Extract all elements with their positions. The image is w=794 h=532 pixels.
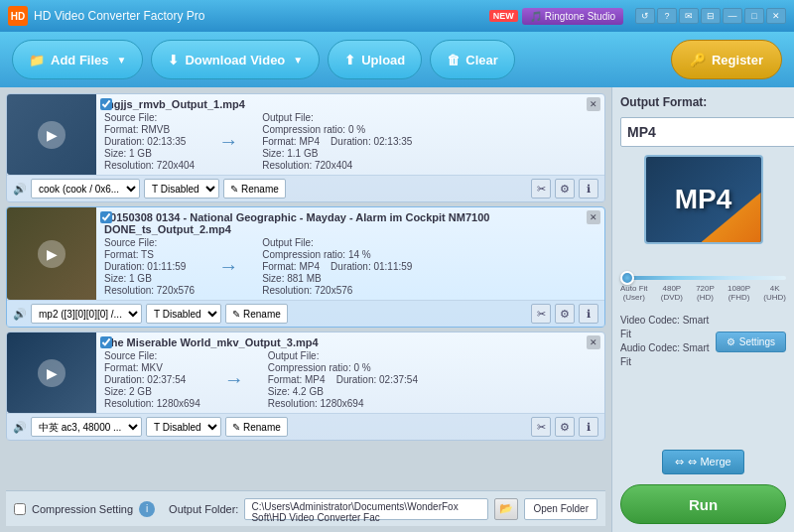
file-action-icons-1: ✂ ⚙ ℹ (531, 179, 598, 199)
file-thumbnail-1: ▶ (7, 94, 96, 175)
play-button-3[interactable]: ▶ (38, 359, 66, 387)
subtitle-select-3[interactable]: T Disabled (146, 417, 221, 437)
close-file-1[interactable]: ✕ (587, 97, 600, 111)
register-button[interactable]: 🔑 Register (671, 40, 782, 79)
close-file-3[interactable]: ✕ (587, 335, 600, 349)
output-compression-3: Compression ratio: 0 % (268, 362, 418, 373)
subtitle-select-2[interactable]: T Disabled (146, 304, 221, 324)
scissors-icon-3[interactable]: ✂ (531, 417, 551, 437)
audio-codec-label: Audio Codec: Smart Fit (620, 341, 716, 369)
source-size-3: Size: 2 GB (104, 386, 200, 397)
merge-button[interactable]: ⇔ ⇔ Merge (662, 450, 743, 474)
info-icon-3[interactable]: ℹ (579, 417, 598, 437)
add-files-dropdown-arrow: ▼ (117, 55, 127, 66)
arrow-1: → (210, 112, 246, 171)
file-thumbnail-2: ▶ (7, 207, 96, 300)
rename-button-3[interactable]: ✎ Rename (225, 417, 288, 437)
source-label-3: Source File: (104, 350, 200, 361)
scissors-icon-1[interactable]: ✂ (531, 179, 551, 199)
info-icon-2[interactable]: ℹ (579, 304, 598, 324)
right-panel: Output Format: ▼ MP4 Auto Fit(User) 480P… (611, 87, 794, 532)
rename-button-1[interactable]: ✎ Rename (223, 179, 286, 199)
settings-button[interactable]: ⚙ Settings (716, 332, 786, 352)
play-button-1[interactable]: ▶ (38, 121, 66, 149)
compression-checkbox[interactable] (14, 503, 26, 515)
subtitle-select-1[interactable]: T Disabled (144, 179, 219, 199)
file-details-3: Source File: Format: MKV Duration: 02:37… (104, 350, 596, 409)
rename-button-2[interactable]: ✎ Rename (225, 304, 288, 324)
format-select-input[interactable] (620, 117, 794, 147)
music-icon: 🎵 (530, 11, 542, 22)
source-col-1: Source File: Format: RMVB Duration: 02:1… (104, 112, 195, 171)
app-icon: HD (8, 6, 28, 26)
file-action-icons-3: ✂ ⚙ ℹ (531, 417, 598, 437)
quality-label-1080p: 1080P(FHD) (728, 284, 750, 302)
settings-icon-3[interactable]: ⚙ (555, 417, 575, 437)
format-preview: MP4 (644, 155, 763, 244)
download-video-button[interactable]: ⬇ Download Video ▼ (151, 40, 320, 79)
info-icon-1[interactable]: ℹ (579, 179, 598, 199)
output-format-3: Format: MP4 Duration: 02:37:54 (268, 374, 418, 385)
settings-icon-1[interactable]: ⚙ (555, 179, 575, 199)
message-button[interactable]: ✉ (679, 8, 699, 24)
quality-slider-thumb[interactable] (620, 271, 634, 285)
grid-button[interactable]: ⊟ (701, 8, 721, 24)
quality-labels: Auto Fit(User) 480P(DVD) 720P(HD) 1080P(… (620, 284, 786, 302)
maximize-button[interactable]: □ (744, 8, 764, 24)
upload-button[interactable]: ⬆ Upload (328, 40, 422, 79)
audio-track-select-1[interactable]: cook (cook / 0x6... (31, 179, 140, 199)
file-checkbox-1[interactable] (100, 98, 112, 110)
format-select-row: ▼ (620, 117, 786, 147)
source-duration-3: Duration: 02:37:54 (104, 374, 200, 385)
minimize-button[interactable]: — (723, 8, 742, 24)
audio-track-select-3[interactable]: 中英 ac3, 48000 ... (31, 417, 142, 437)
file-item-top-3: ▶ The Miserable World_mkv_Output_3.mp4 S… (7, 332, 604, 413)
source-format-1: Format: RMVB (104, 124, 195, 135)
audio-track-select-2[interactable]: mp2 ([3][0][0][0] /... (31, 304, 142, 324)
play-button-2[interactable]: ▶ (38, 240, 66, 268)
output-format-2: Format: MP4 Duration: 01:11:59 (262, 261, 412, 272)
app-title: HD Video Converter Factory Pro (34, 9, 489, 23)
close-button[interactable]: ✕ (766, 8, 786, 24)
quality-label-autofit: Auto Fit(User) (620, 284, 648, 302)
output-format-heading: Output Format: (620, 95, 786, 109)
bottom-bar: Compression Setting i Output Folder: C:\… (6, 490, 605, 526)
scissors-icon-2[interactable]: ✂ (531, 304, 551, 324)
output-col-1: Output File: Compression ratio: 0 % Form… (262, 112, 412, 171)
source-size-2: Size: 1 GB (104, 273, 195, 284)
output-res-3: Resolution: 1280x694 (268, 398, 418, 409)
output-folder-label: Output Folder: (169, 503, 238, 515)
output-res-2: Resolution: 720x576 (262, 285, 412, 296)
info-icon[interactable]: i (139, 501, 155, 517)
source-format-3: Format: MKV (104, 362, 200, 373)
output-col-2: Output File: Compression ratio: 14 % For… (262, 237, 412, 296)
file-checkbox-3[interactable] (100, 336, 112, 348)
browse-folder-button[interactable]: 📂 (494, 498, 518, 520)
file-details-1: Source File: Format: RMVB Duration: 02:1… (104, 112, 596, 171)
file-item-top-1: ▶ mgjjs_rmvb_Output_1.mp4 Source File: F… (7, 94, 604, 175)
source-size-1: Size: 1 GB (104, 148, 195, 159)
run-button[interactable]: Run (620, 484, 786, 524)
download-dropdown-arrow: ▼ (293, 55, 303, 66)
file-item-3: ▶ The Miserable World_mkv_Output_3.mp4 S… (6, 332, 605, 441)
file-checkbox-2[interactable] (100, 211, 112, 223)
title-right: NEW 🎵 Ringtone Studio ↺ ? ✉ ⊟ — □ ✕ (489, 8, 786, 25)
format-preview-text: MP4 (675, 184, 732, 215)
refresh-button[interactable]: ↺ (635, 8, 655, 24)
add-files-button[interactable]: 📁 Add Files ▼ (12, 40, 143, 79)
merge-icon: ⇔ (675, 456, 684, 468)
help-button[interactable]: ? (657, 8, 677, 24)
clear-button[interactable]: 🗑 Clear (430, 40, 515, 79)
file-details-2: Source File: Format: TS Duration: 01:11:… (104, 237, 596, 296)
quality-label-480p: 480P(DVD) (661, 284, 683, 302)
output-label-2: Output File: (262, 237, 412, 248)
file-info-2: 20150308 0134 - National Geographic - Ma… (96, 207, 604, 300)
close-file-2[interactable]: ✕ (587, 210, 600, 224)
output-path: C:\Users\Administrator\Documents\WonderF… (244, 498, 488, 520)
open-folder-button[interactable]: Open Folder (524, 498, 597, 520)
settings-icon-2[interactable]: ⚙ (555, 304, 575, 324)
output-compression-1: Compression ratio: 0 % (262, 124, 412, 135)
file-info-1: mgjjs_rmvb_Output_1.mp4 Source File: For… (96, 94, 604, 175)
ringtone-studio-button[interactable]: 🎵 Ringtone Studio (522, 8, 623, 25)
file-controls-2: 🔊 mp2 ([3][0][0][0] /... T Disabled ✎ Re… (7, 300, 604, 327)
